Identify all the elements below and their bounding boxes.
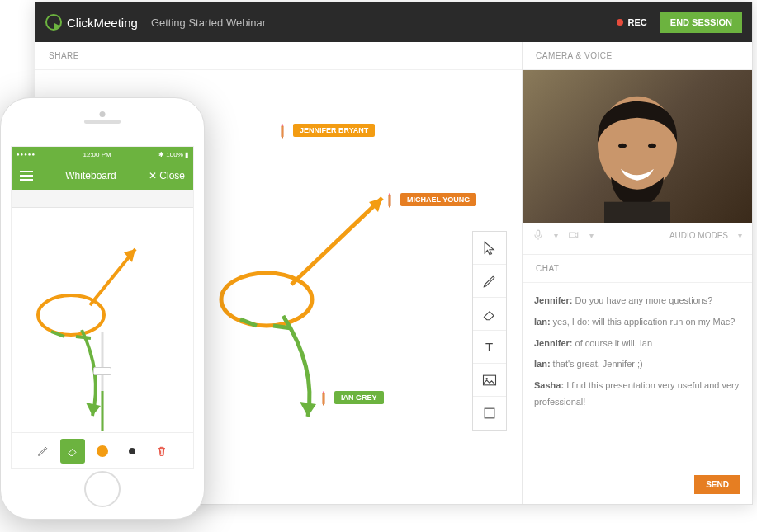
phone-screen: ●●●●● 12:00 PM ✱ 100% ▮ Whiteboard ✕ Clo… [11,146,194,469]
image-icon [481,372,498,388]
rec-label: REC [628,17,647,27]
user-tag-label: JENNIFER BRYANT [293,124,375,137]
signal-icon: ●●●●● [17,152,35,157]
app-logo: ClickMeeting [45,14,138,31]
eraser-icon [66,445,79,458]
share-header: SHARE [35,42,522,70]
user-tag-label: MICHAEL YOUNG [400,193,476,206]
chat-message: Ian: that's great, Jennifer ;) [534,356,740,373]
topbar: ClickMeeting Getting Started Webinar REC… [35,2,752,42]
color-orange[interactable] [90,439,115,464]
user-tag-label: IAN GREY [334,391,384,404]
recording-indicator[interactable]: REC [617,17,647,27]
pointer-tool[interactable] [473,232,506,265]
camera-icon[interactable] [568,229,580,241]
svg-point-8 [618,143,627,148]
shape-tool[interactable] [473,397,506,430]
phone-mockup: ●●●●● 12:00 PM ✱ 100% ▮ Whiteboard ✕ Clo… [0,97,205,520]
camera-header: CAMERA & VOICE [523,42,752,70]
pencil-icon [36,445,50,458]
phone-canvas[interactable] [12,208,193,432]
chat-section: CHAT Jennifer: Do you have any more ques… [523,254,752,504]
stroke-width-slider[interactable] [94,332,111,431]
end-session-button[interactable]: END SESSION [660,12,742,33]
right-sidebar: CAMERA & VOICE ▾ ▾ [523,42,752,504]
status-time: 12:00 PM [83,151,111,158]
svg-point-5 [485,378,488,380]
camera-section: CAMERA & VOICE ▾ ▾ [523,42,752,254]
slider-thumb[interactable] [93,367,111,375]
chat-send-row: SEND [523,475,752,504]
phone-subheader [12,190,193,208]
webinar-title: Getting Started Webinar [151,16,266,29]
dropdown-caret[interactable]: ▾ [554,231,558,240]
chat-message: Ian: yes, I do: will this application ru… [534,314,740,331]
status-bar: ●●●●● 12:00 PM ✱ 100% ▮ [12,147,193,162]
square-icon [481,405,498,421]
eraser-tool[interactable] [473,298,506,331]
svg-text:T: T [485,340,493,354]
phone-header: Whiteboard ✕ Close [12,162,193,190]
color-swatch-icon [97,445,108,457]
pencil-icon [313,387,334,407]
svg-rect-10 [604,201,670,223]
user-cursor-michael: MICHAEL YOUNG [382,192,476,207]
record-dot-icon [617,19,623,26]
phone-pencil-tool[interactable] [31,439,55,464]
trash-icon [155,445,168,458]
status-battery: ✱ 100% ▮ [158,151,188,158]
user-cursor-jennifer: JENNIFER BRYANT [275,123,375,138]
pencil-tool[interactable] [473,265,506,298]
svg-point-9 [648,143,656,148]
drawing-toolbox: T [472,231,507,431]
pencil-icon [272,120,292,140]
phone-title: Whiteboard [65,170,116,181]
presenter-video[interactable] [523,70,752,223]
pencil-icon [481,273,498,290]
mic-icon[interactable] [532,229,544,241]
brand-name: ClickMeeting [67,16,138,30]
image-tool[interactable] [473,364,506,397]
send-button[interactable]: SEND [694,475,740,494]
chat-header: CHAT [523,255,752,283]
chat-message: Jennifer: Do you have any more questions… [534,293,740,309]
dropdown-caret[interactable]: ▾ [589,231,594,240]
audio-modes-button[interactable]: AUDIO MODES [669,231,728,240]
text-tool[interactable]: T [473,331,506,364]
close-button[interactable]: ✕ Close [149,170,185,181]
pencil-icon [379,189,400,210]
phone-camera-dot [100,111,106,117]
chat-messages: Jennifer: Do you have any more questions… [523,283,752,475]
hamburger-icon[interactable] [20,171,33,181]
presenter-face-placeholder [563,78,712,223]
dropdown-caret[interactable]: ▾ [738,231,742,240]
svg-point-0 [221,273,312,326]
eraser-icon [481,306,498,322]
color-black[interactable] [120,439,144,464]
phone-delete-tool[interactable] [149,439,174,464]
user-cursor-ian: IAN GREY [316,390,384,405]
phone-toolbar [12,432,193,468]
av-controls: ▾ ▾ AUDIO MODES ▾ [523,223,752,247]
chat-message: Sasha: I find this presentation very use… [534,378,740,411]
phone-eraser-tool[interactable] [60,439,85,464]
color-swatch-icon [129,448,135,454]
text-icon: T [481,339,498,355]
svg-rect-6 [485,408,494,418]
pointer-icon [481,240,498,257]
logo-icon [45,14,62,31]
svg-marker-2 [300,402,316,417]
chat-message: Jennifer: of course it will, Ian [534,336,740,352]
